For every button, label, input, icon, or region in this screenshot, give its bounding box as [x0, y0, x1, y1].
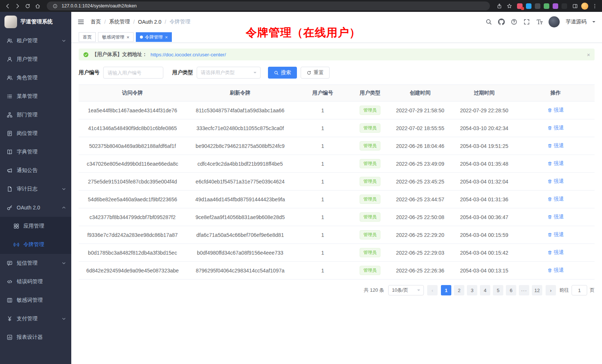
- back-icon[interactable]: [4, 2, 11, 10]
- pagination-prev-button[interactable]: ‹: [427, 285, 438, 295]
- user-type-select[interactable]: 请选择用户类型: [197, 67, 261, 79]
- extension-dark-icon[interactable]: [535, 3, 540, 9]
- tab-label: 首页: [83, 34, 92, 40]
- sidebar-item-pay[interactable]: 支付管理: [0, 310, 71, 328]
- app-title: 芋道管理系统: [20, 18, 53, 25]
- sidebar-item-dict[interactable]: 字典管理: [0, 143, 71, 161]
- github-icon[interactable]: [498, 19, 505, 25]
- extension-green-icon[interactable]: [544, 3, 549, 9]
- tab-home[interactable]: 首页: [79, 32, 96, 42]
- pay-icon: [7, 316, 13, 322]
- force-logout-button[interactable]: 强退: [547, 249, 564, 256]
- pagination-page-1[interactable]: 1: [441, 285, 451, 295]
- sidebar-item-notice[interactable]: 通知公告: [0, 161, 71, 180]
- breadcrumb-item[interactable]: 系统管理: [109, 19, 130, 25]
- home-icon[interactable]: [34, 2, 41, 10]
- tab-sensitive-word[interactable]: 敏感词管理 ×: [98, 32, 134, 42]
- extension-red-icon[interactable]: [517, 3, 523, 9]
- sidebar-item-oauth2[interactable]: OAuth 2.0: [0, 198, 71, 217]
- sidebar-item-dept[interactable]: 部门管理: [0, 106, 71, 124]
- force-logout-button[interactable]: 强退: [547, 231, 564, 238]
- pagination-next-button[interactable]: ›: [546, 285, 556, 295]
- extension-blue-icon[interactable]: [526, 3, 531, 9]
- table-row: 502375b8040a469a9b82188afdf6af1f be90422…: [79, 137, 595, 155]
- cell-refresh-token: e6cfd40eb1f54571a31e775e039c4624: [186, 179, 294, 185]
- force-logout-button[interactable]: 强退: [547, 125, 564, 131]
- force-logout-button[interactable]: 强退: [547, 267, 564, 274]
- user-id-input[interactable]: [103, 67, 163, 79]
- force-logout-button[interactable]: 强退: [547, 160, 564, 167]
- tab-token[interactable]: 令牌管理 ×: [136, 32, 172, 42]
- pagination-ellipsis[interactable]: ···: [519, 285, 529, 295]
- font-size-icon[interactable]: [536, 19, 543, 25]
- sidebar-item-label: 租户管理: [17, 37, 37, 44]
- sidebar-item-oauth2-app[interactable]: 应用管理: [0, 217, 71, 235]
- user-name[interactable]: 芋道源码: [566, 19, 586, 25]
- sidebar-item-sms[interactable]: 短信管理: [0, 254, 71, 272]
- sidebar-item-post[interactable]: 岗位管理: [0, 124, 71, 143]
- alert-link[interactable]: https://doc.iocoder.cn/user-center/: [151, 52, 226, 57]
- force-logout-button[interactable]: 强退: [547, 196, 564, 202]
- goto-page-input[interactable]: [572, 285, 587, 295]
- tab-close-icon[interactable]: ×: [127, 35, 130, 40]
- side-panel-icon[interactable]: [571, 2, 579, 10]
- sidebar-item-label: 短信管理: [17, 260, 37, 267]
- sidebar-item-error-code[interactable]: 错误码管理: [0, 272, 71, 291]
- pagination-page-5[interactable]: 5: [493, 285, 503, 295]
- cell-expire-time: 2054-03-04 19:51:25: [452, 143, 517, 149]
- collapse-sidebar-icon[interactable]: [77, 18, 85, 26]
- extension-badge: [521, 7, 524, 10]
- search-button[interactable]: 搜索: [268, 67, 297, 79]
- force-logout-button[interactable]: 强退: [547, 214, 564, 220]
- user-menu-caret-icon[interactable]: [592, 21, 595, 24]
- page-size-select[interactable]: 10条/页: [388, 285, 424, 295]
- browser-profile-avatar[interactable]: [581, 3, 588, 10]
- sidebar-item-role[interactable]: 角色管理: [0, 69, 71, 87]
- force-logout-button[interactable]: 强退: [547, 142, 564, 149]
- reset-button[interactable]: 重置: [301, 67, 330, 79]
- help-icon[interactable]: [511, 19, 517, 25]
- breadcrumb-item[interactable]: OAuth 2.0: [138, 19, 161, 25]
- sidebar-item-label: 应用管理: [23, 223, 44, 229]
- share-icon[interactable]: [495, 2, 503, 10]
- reload-icon[interactable]: [24, 2, 31, 10]
- site-info-icon[interactable]: [51, 2, 59, 10]
- pagination-page-12[interactable]: 12: [532, 285, 542, 295]
- user-avatar[interactable]: [549, 16, 560, 27]
- sidebar-item-audit-log[interactable]: 审计日志: [0, 180, 71, 198]
- token-icon: [13, 242, 19, 248]
- browser-menu-icon[interactable]: [591, 2, 598, 10]
- app-logo[interactable]: 芋道管理系统: [0, 12, 71, 32]
- sidebar-item-label: 部门管理: [17, 112, 37, 118]
- sidebar-item-tenant[interactable]: 租户管理: [0, 32, 71, 50]
- breadcrumb-item[interactable]: 首页: [91, 19, 101, 25]
- cell-create-time: 2022-06-25 23:45:25: [389, 179, 452, 185]
- fullscreen-icon[interactable]: [523, 19, 530, 25]
- sidebar-item-user[interactable]: 用户管理: [0, 50, 71, 69]
- alert-close-icon[interactable]: ×: [587, 52, 590, 58]
- pagination-page-6[interactable]: 6: [506, 285, 516, 295]
- tab-close-icon[interactable]: ×: [165, 35, 168, 40]
- extension-rainbow-icon[interactable]: [553, 3, 558, 9]
- cell-refresh-token: 49d1aa46d1454fbd87591444423be9fa: [186, 196, 294, 202]
- pagination-page-4[interactable]: 4: [480, 285, 490, 295]
- sidebar-item-report[interactable]: 报表设计器: [0, 328, 71, 347]
- forward-icon[interactable]: [14, 2, 21, 10]
- sidebar-item-label: 用户管理: [17, 56, 37, 63]
- alert-text: 【用户体系】文档地址：: [92, 51, 147, 58]
- force-logout-button[interactable]: 强退: [547, 107, 564, 113]
- extension-black-icon[interactable]: [562, 3, 567, 9]
- pagination-page-2[interactable]: 2: [454, 285, 464, 295]
- cell-user-id: 1: [294, 179, 351, 185]
- sidebar-item-oauth2-token[interactable]: 令牌管理: [0, 235, 71, 254]
- address-bar[interactable]: 127.0.0.1:1024/system/oauth2/token: [47, 1, 490, 10]
- sidebar-item-sensitive-word[interactable]: 敏感词管理: [0, 291, 71, 310]
- pagination-page-3[interactable]: 3: [467, 285, 477, 295]
- user-id-label: 用户编号: [79, 69, 99, 76]
- sidebar-item-menu[interactable]: 菜单管理: [0, 87, 71, 106]
- sensitive-word-icon: [7, 297, 13, 303]
- search-icon[interactable]: [485, 19, 492, 25]
- force-logout-button[interactable]: 强退: [547, 178, 564, 185]
- browser-chrome: 127.0.0.1:1024/system/oauth2/token: [0, 0, 602, 12]
- bookmark-star-icon[interactable]: [506, 2, 513, 10]
